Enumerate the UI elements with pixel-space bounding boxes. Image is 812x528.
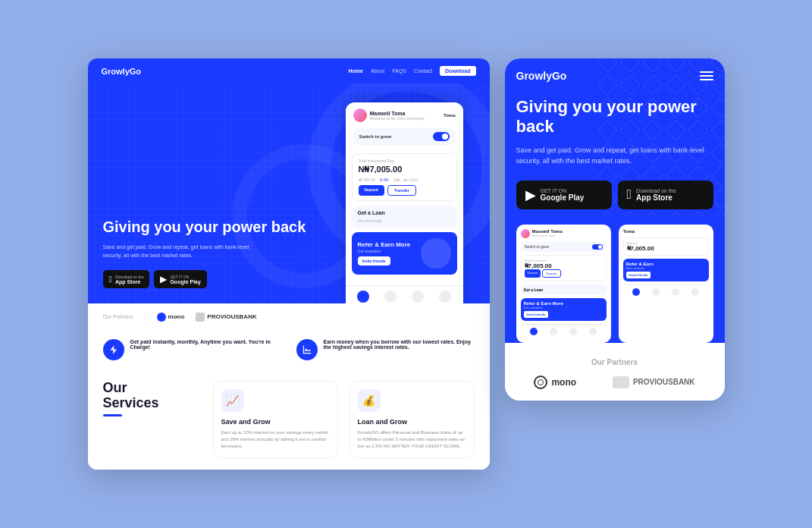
mobile-mockup: GrowlyGo Giving you your power back Save…	[505, 58, 725, 401]
mini-nav-home-2[interactable]	[632, 288, 640, 296]
nav-transfer-icon[interactable]	[412, 291, 424, 303]
phone-refer-card: Refer & Earn More Get rewarded Invite fr…	[352, 232, 457, 275]
provious-logo: PROVIOUSBANK	[196, 313, 256, 322]
desktop-nav: GrowlyGo Home About FAQS Contact Downloa…	[88, 58, 490, 83]
services-underline	[103, 414, 122, 416]
feature-icon-1	[103, 339, 124, 360]
mono-text: mono	[551, 377, 576, 388]
feature-item-1: Get paid instantly, monthly, Anytime you…	[103, 339, 281, 360]
service-title-save: Save and Grow	[221, 418, 330, 426]
mobile-play-icon: ▶	[525, 187, 536, 203]
services-title: OurServices	[103, 381, 202, 411]
mini-refer-btn-2[interactable]: Invite friends	[626, 272, 651, 278]
feature-text-1: Get paid instantly, monthly, Anytime you…	[130, 339, 281, 352]
mini-nav-home[interactable]	[530, 328, 538, 335]
desktop-hero: Giving you your power back Save and get …	[88, 83, 490, 303]
loan-title: Get a Loan	[358, 210, 451, 215]
deposit-btn[interactable]: Deposit	[359, 185, 384, 196]
mini-balance-2: Balance ₦7,005.00	[623, 237, 709, 256]
mobile-appstore-line2: App Store	[636, 193, 676, 202]
phone-balance-card: Total Investment Dep. N₦7,005.00 ₦7,500.…	[352, 153, 457, 201]
mobile-appstore-line1: Download on the	[636, 188, 676, 193]
mobile-hero-subtitle: Save and get paid. Grow and repeat, get …	[516, 145, 713, 167]
mini-btns-1: Deposit Transfer	[525, 269, 603, 278]
mobile-appstore-text: Download on the App Store	[636, 188, 676, 202]
googleplay-btn[interactable]: ▶ GET IT ON Google Play	[154, 270, 206, 288]
mini-nav-loans[interactable]	[569, 328, 577, 335]
mobile-logo: GrowlyGo	[516, 70, 567, 82]
mobile-googleplay-line1: GET IT ON	[541, 188, 585, 193]
mini-nav-settings[interactable]	[589, 328, 597, 335]
mono-icon-inner	[538, 379, 544, 385]
lightning-icon	[108, 344, 119, 355]
mobile-store-buttons: ▶ GET IT ON Google Play  Download on th…	[516, 181, 713, 209]
mobile-apple-icon: 	[627, 187, 632, 203]
mini-bottom-nav-1	[521, 324, 607, 338]
mini-switch[interactable]	[592, 244, 603, 250]
phone-card: Maxwell Toma Welcome to the Jomi communi…	[346, 102, 463, 303]
nav-link-faqs[interactable]: FAQS	[392, 68, 406, 74]
refer-btn[interactable]: Invite friends	[358, 256, 390, 266]
mini-transfer-btn[interactable]: Transfer	[542, 269, 561, 278]
mini-user-sub: Welcome to Jomi	[532, 234, 563, 237]
provious-icon	[196, 313, 205, 322]
nav-link-about[interactable]: About	[371, 68, 384, 74]
toggle-switch[interactable]	[433, 132, 450, 141]
appstore-btn[interactable]:  Download on the App Store	[103, 270, 150, 288]
mobile-hero-title: Giving you your power back	[516, 97, 713, 137]
service-desc-loan: GrowlyGO offers Personal and Business lo…	[358, 429, 466, 450]
mini-refer-btn[interactable]: Invite friends	[524, 311, 549, 318]
mini-nav-settings-2[interactable]	[691, 288, 699, 296]
balance-sub-3: 13th, Jan 2021	[393, 178, 418, 182]
mini-balance-1: Total Investment ₦7,005.00 Deposit Trans…	[521, 255, 607, 281]
appstore-line2: App Store	[115, 279, 144, 284]
nav-download-btn[interactable]: Download	[440, 66, 475, 76]
feature-item-2: Earn money when you borrow with our lowe…	[296, 339, 475, 360]
features-section: Get paid instantly, monthly, Anytime you…	[88, 330, 490, 369]
mobile-googleplay-btn[interactable]: ▶ GET IT ON Google Play	[516, 181, 612, 209]
mini-balance-amount: ₦7,005.00	[525, 262, 603, 269]
service-card-loan: 💰 Loan and Grow GrowlyGO offers Personal…	[350, 381, 475, 458]
balance-sub-2: 8.4%	[380, 178, 388, 182]
chart-icon	[302, 344, 312, 355]
googleplay-text: GET IT ON Google Play	[170, 275, 200, 284]
feature-title-1: Get paid instantly, monthly, Anytime you…	[130, 339, 281, 350]
balance-amount: N₦7,005.00	[359, 165, 450, 174]
mono-logo: mono	[157, 313, 185, 322]
desktop-logo: GrowlyGo	[102, 67, 142, 76]
mini-nav-loans-2[interactable]	[672, 288, 679, 296]
desktop-nav-links: Home About FAQS Contact Download	[348, 66, 475, 76]
provious-logo-text: PROVIOUSBANK	[633, 378, 695, 386]
appstore-text: Download on the App Store	[115, 275, 144, 284]
nav-home-icon[interactable]	[357, 291, 369, 303]
mobile-hero: GrowlyGo Giving you your power back Save…	[505, 58, 725, 343]
mini-nav-savings-2[interactable]	[652, 288, 660, 296]
nav-link-contact[interactable]: Contact	[414, 68, 432, 74]
mobile-appstore-btn[interactable]:  Download on the App Store	[618, 181, 713, 209]
mono-logo-icon	[157, 313, 166, 322]
mini-nav-savings[interactable]	[550, 328, 557, 335]
mobile-mono-logo: mono	[534, 376, 576, 389]
balance-row: ₦7,500.50 8.4% 13th, Jan 2021	[359, 178, 450, 182]
phone-toggle-text: Switch to grow	[359, 134, 392, 139]
phone-toma: Toma	[444, 113, 456, 118]
refer-title: Refer & Earn More	[358, 241, 411, 249]
nav-link-home[interactable]: Home	[348, 68, 362, 74]
mini-deposit-btn[interactable]: Deposit	[525, 269, 541, 278]
nav-settings-icon[interactable]	[439, 291, 451, 303]
mini-phone-header-2: Toma	[623, 229, 709, 234]
hamburger-menu[interactable]	[700, 71, 713, 80]
mobile-bottom: Our Partners mono PROVIOUSBANK	[505, 343, 725, 401]
mobile-partners-label: Our Partners	[516, 358, 713, 366]
nav-savings-icon[interactable]	[384, 291, 397, 303]
mono-logo-text: mono	[168, 313, 185, 320]
mobile-googleplay-text: GET IT ON Google Play	[541, 188, 585, 202]
hero-content: Giving you your power back Save and get …	[103, 218, 346, 303]
phone-user: Maxwell Toma Welcome to the Jomi communi…	[353, 108, 425, 122]
desktop-mockup: GrowlyGo Home About FAQS Contact Downloa…	[88, 58, 490, 470]
service-desc-save: Earn up to 10% interest on your savings …	[221, 429, 330, 450]
mobile-provious-logo: PROVIOUSBANK	[613, 376, 695, 388]
mini-refer-sub-2: More rewards	[626, 266, 706, 270]
provious-logo-icon	[613, 376, 629, 388]
transfer-btn[interactable]: Transfer	[387, 185, 416, 196]
